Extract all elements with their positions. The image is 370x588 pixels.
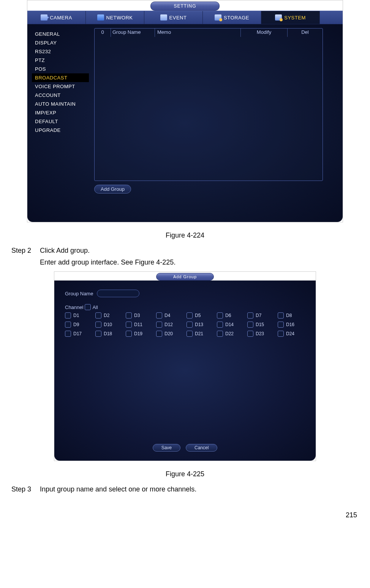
tab-storage[interactable]: STORAGE <box>203 11 261 24</box>
channel-item[interactable]: D3 <box>126 312 153 319</box>
channel-checkbox[interactable] <box>187 322 193 328</box>
sidebar-item-display[interactable]: DISPLAY <box>32 38 89 47</box>
channel-checkbox[interactable] <box>217 331 223 337</box>
channel-checkbox[interactable] <box>278 322 284 328</box>
channel-checkbox[interactable] <box>65 312 71 319</box>
channel-checkbox[interactable] <box>126 312 132 319</box>
sidebar-item-broadcast[interactable]: BROADCAST <box>32 73 89 82</box>
sidebar-item-pos[interactable]: POS <box>32 65 89 73</box>
channel-item[interactable]: D4 <box>156 312 183 319</box>
channel-item[interactable]: D16 <box>278 322 305 328</box>
channel-checkbox[interactable] <box>278 312 284 319</box>
sidebar-item-voice-prompt[interactable]: VOICE PROMPT <box>32 82 89 91</box>
all-checkbox[interactable] <box>85 304 91 310</box>
channel-checkbox[interactable] <box>65 322 71 328</box>
channel-label: D6 <box>225 313 231 318</box>
channel-label: D24 <box>286 331 294 336</box>
channel-item[interactable]: D23 <box>247 331 275 337</box>
channel-item[interactable]: D8 <box>278 312 305 319</box>
channel-item[interactable]: D10 <box>95 322 123 328</box>
channel-checkbox[interactable] <box>95 322 101 328</box>
tab-event[interactable]: EVENT <box>144 11 203 24</box>
sidebar-item-general[interactable]: GENERAL <box>32 30 89 38</box>
channel-label: D21 <box>195 331 203 336</box>
top-nav: CAMERA NETWORK EVENT STORAGE SYSTEM <box>27 11 343 24</box>
channel-checkbox[interactable] <box>95 331 101 337</box>
channel-checkbox[interactable] <box>247 322 253 328</box>
channel-item[interactable]: D19 <box>126 331 153 337</box>
channel-label: D12 <box>164 322 173 327</box>
channel-item[interactable]: D7 <box>247 312 275 319</box>
sidebar-item-auto-maintain[interactable]: AUTO MAINTAIN <box>32 100 89 108</box>
channel-item[interactable]: D21 <box>187 331 214 337</box>
channel-item[interactable]: D22 <box>217 331 244 337</box>
add-group-button[interactable]: Add Group <box>94 185 131 193</box>
channel-checkbox[interactable] <box>156 331 162 337</box>
tab-label: NETWORK <box>106 15 133 21</box>
channel-label: D11 <box>134 322 142 327</box>
tab-camera[interactable]: CAMERA <box>27 11 86 24</box>
step-label: Step 3 <box>11 484 40 496</box>
channel-label: D22 <box>225 331 234 336</box>
channel-item[interactable]: D12 <box>156 322 183 328</box>
channel-item[interactable]: D1 <box>65 312 92 319</box>
setting-window: SETTING CAMERA NETWORK EVENT STORAGE SYS… <box>27 0 343 222</box>
system-icon <box>275 14 282 21</box>
channel-label: D5 <box>195 313 201 318</box>
channel-label: D13 <box>195 322 203 327</box>
channel-item[interactable]: D18 <box>95 331 123 337</box>
channel-grid: D1D2D3D4D5D6D7D8D9D10D11D12D13D14D15D16D… <box>65 312 305 337</box>
content-body: Group Name Channel All D1D2D3D4D5D6D7D8D… <box>54 281 316 461</box>
channel-item[interactable]: D6 <box>217 312 244 319</box>
save-button[interactable]: Save <box>153 444 180 452</box>
step-text: Input group name and select one or more … <box>40 484 359 494</box>
channel-item[interactable]: D15 <box>247 322 275 328</box>
channel-checkbox[interactable] <box>126 322 132 328</box>
channel-checkbox[interactable] <box>187 312 193 319</box>
channel-checkbox[interactable] <box>217 322 223 328</box>
tab-network[interactable]: NETWORK <box>86 11 144 24</box>
channel-item[interactable]: D2 <box>95 312 123 319</box>
step-body: Input group name and select one or more … <box>40 484 359 496</box>
sidebar-item-ptz[interactable]: PTZ <box>32 56 89 65</box>
channel-item[interactable]: D5 <box>187 312 214 319</box>
channel-item[interactable]: D14 <box>217 322 244 328</box>
channel-checkbox[interactable] <box>217 312 223 319</box>
channel-label: D3 <box>134 313 140 318</box>
sidebar-item-default[interactable]: DEFAULT <box>32 117 89 126</box>
network-icon <box>97 14 104 21</box>
window-title: Add Group <box>156 273 214 281</box>
group-name-label: Group Name <box>65 291 93 296</box>
channel-checkbox[interactable] <box>126 331 132 337</box>
channel-checkbox[interactable] <box>247 312 253 319</box>
channel-item[interactable]: D17 <box>65 331 92 337</box>
table-header: 0 Group Name Memo Modify Del <box>95 29 323 37</box>
channel-checkbox[interactable] <box>95 312 101 319</box>
titlebar: SETTING <box>27 0 343 11</box>
channel-checkbox[interactable] <box>278 331 284 337</box>
step-text: Enter add group interface. See Figure 4-… <box>40 257 359 268</box>
content-body: GENERAL DISPLAY RS232 PTZ POS BROADCAST … <box>27 24 343 222</box>
channel-checkbox[interactable] <box>156 322 162 328</box>
channel-checkbox[interactable] <box>156 312 162 319</box>
channel-checkbox[interactable] <box>65 331 71 337</box>
sidebar-item-rs232[interactable]: RS232 <box>32 47 89 56</box>
col-groupname: Group Name <box>111 29 155 37</box>
group-name-input[interactable] <box>97 290 139 297</box>
tab-system[interactable]: SYSTEM <box>261 11 320 24</box>
channel-item[interactable]: D24 <box>278 331 305 337</box>
sidebar-item-imp-exp[interactable]: IMP/EXP <box>32 108 89 117</box>
channel-item[interactable]: D11 <box>126 322 153 328</box>
channel-checkbox[interactable] <box>187 331 193 337</box>
tab-label: CAMERA <box>50 15 72 21</box>
channel-label: D15 <box>256 322 264 327</box>
sidebar-item-account[interactable]: ACCOUNT <box>32 91 89 100</box>
channel-checkbox[interactable] <box>247 331 253 337</box>
channel-all-row: Channel All <box>65 304 305 310</box>
sidebar-item-upgrade[interactable]: UPGRADE <box>32 126 89 135</box>
cancel-button[interactable]: Cancel <box>186 444 217 452</box>
channel-item[interactable]: D20 <box>156 331 183 337</box>
channel-item[interactable]: D13 <box>187 322 214 328</box>
channel-label: D9 <box>73 322 79 327</box>
channel-item[interactable]: D9 <box>65 322 92 328</box>
